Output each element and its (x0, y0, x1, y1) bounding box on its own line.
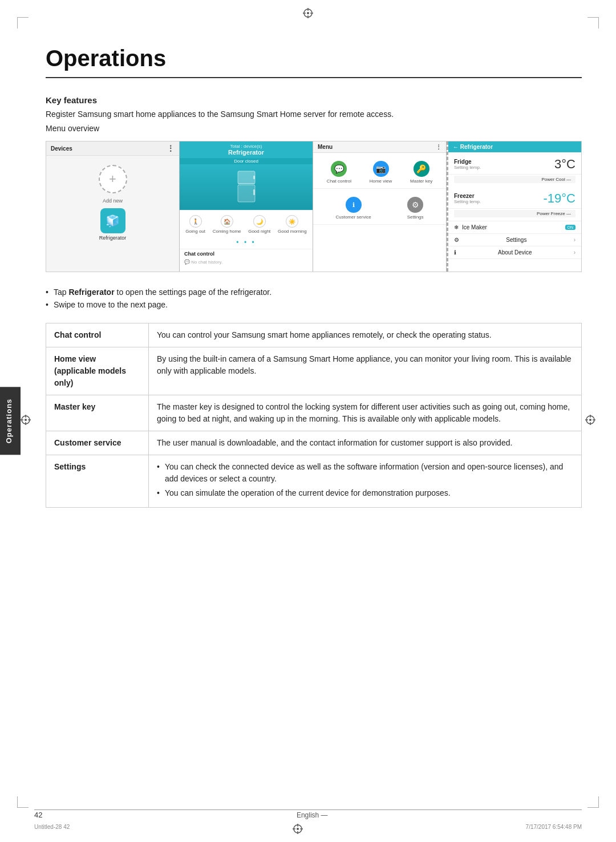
meta-right: 7/17/2017 6:54:48 PM (526, 824, 582, 835)
panel3-menu-icon[interactable]: ⋮ (436, 144, 441, 150)
mode-good-night[interactable]: 🌙 Good night (248, 215, 270, 234)
panel2-mode-icons: 🚶 Going out 🏠 Coming home 🌙 Good night ☀… (180, 210, 313, 236)
mode-good-night-label: Good night (248, 229, 270, 234)
key-features-desc: Register Samsung smart home appliances t… (46, 108, 582, 120)
side-tab: Operations (0, 387, 21, 455)
panel4-header: ← Refrigerator (448, 141, 581, 152)
menu-chat-control-label: Chat control (327, 179, 351, 184)
home-view-icon: 📷 (373, 161, 389, 177)
main-content: Operations Key features Register Samsung… (46, 0, 582, 508)
page-title: Operations (46, 46, 582, 78)
about-row[interactable]: ℹ About Device › (448, 246, 581, 259)
feature-desc-customer-service: The user manual is downloadable, and the… (149, 431, 582, 455)
bullet-1-bold: Refrigerator (68, 288, 114, 297)
panel4-title: Refrigerator (460, 144, 493, 150)
feature-table: Chat control You can control your Samsun… (46, 323, 582, 508)
menu-bottom-row: ℹ Customer service ⚙ Settings (313, 189, 446, 225)
master-key-icon: 🔑 (414, 161, 429, 177)
corner-mark-br (587, 796, 599, 808)
panel3-header: Menu ⋮ (313, 141, 446, 153)
bottom-crosshair (293, 824, 303, 835)
bottom-meta: Untitled-28 42 7/17/2017 6:54:48 PM (34, 824, 582, 835)
customer-service-icon: ℹ (346, 197, 362, 213)
right-crosshair (585, 415, 595, 427)
fridge-temp-row: Fridge Setting temp. 3°C (448, 152, 581, 175)
panel2-chat-label: Chat control (180, 249, 313, 258)
freezer-temp-sublabel: Setting temp. (454, 199, 481, 204)
fridge-temp-left: Fridge Setting temp. (454, 159, 481, 170)
fridge-temp-sublabel: Setting temp. (454, 165, 481, 170)
ice-maker-left: ❄ Ice Maker (454, 224, 487, 230)
panel-fridge-settings: ← Refrigerator Fridge Setting temp. 3°C … (447, 141, 581, 272)
panel-fridge-detail: Total : device(s) Refrigerator Door clos… (180, 141, 313, 272)
fridge-icon-wrap: 🧊 Refrigerator (99, 208, 127, 241)
settings-icon: ⚙ (407, 197, 423, 213)
svg-rect-21 (253, 176, 255, 179)
menu-home-view[interactable]: 📷 Home view (370, 161, 392, 184)
settings-icon-gear: ⚙ (454, 237, 459, 243)
add-device-button[interactable]: + (99, 165, 127, 193)
add-new-label: Add new (103, 198, 123, 204)
table-row-chat-control: Chat control You can control your Samsun… (46, 323, 582, 347)
feature-name-chat-control: Chat control (46, 323, 149, 347)
power-cool-button[interactable]: Power Cool — (454, 176, 576, 183)
mode-good-morning-label: Good morning (278, 229, 307, 234)
footer-separator: English — (297, 811, 328, 819)
mode-going-out-icon: 🚶 (189, 215, 202, 228)
power-freeze-button[interactable]: Power Freeze — (454, 210, 576, 217)
svg-point-24 (297, 828, 299, 830)
top-crosshair (303, 8, 313, 21)
svg-point-7 (25, 419, 27, 421)
mode-coming-home-label: Coming home (213, 229, 241, 234)
mode-good-morning-icon: ☀️ (286, 215, 298, 228)
feature-name-settings: Settings (46, 455, 149, 507)
corner-mark-tl (17, 17, 29, 29)
svg-point-1 (307, 12, 309, 14)
menu-master-key[interactable]: 🔑 Master key (410, 161, 432, 184)
feature-desc-master-key: The master key is designed to control th… (149, 395, 582, 431)
footer-page-number: 42 (34, 811, 42, 819)
feature-name-customer-service: Customer service (46, 431, 149, 455)
fridge-device-label: Refrigerator (99, 235, 127, 241)
panel3-title: Menu (318, 144, 333, 150)
bullet-2: Swipe to move to the next page. (46, 298, 582, 311)
settings-desc-1: You can check the connected device as we… (157, 461, 573, 485)
mode-going-out[interactable]: 🚶 Going out (185, 215, 205, 234)
svg-rect-19 (238, 185, 255, 202)
feature-desc-home-view: By using the built-in camera of a Samsun… (149, 347, 582, 395)
table-row-customer-service: Customer service The user manual is down… (46, 431, 582, 455)
panel1-menu-icon[interactable]: ⋮ (167, 144, 175, 153)
panel2-fridge-graphic (180, 164, 313, 210)
fridge-temp-label: Fridge (454, 159, 481, 165)
panel1-device-area: + Add new 🧊 Refrigerator (46, 156, 179, 250)
mode-good-night-icon: 🌙 (253, 215, 266, 228)
mode-coming-home[interactable]: 🏠 Coming home (213, 215, 241, 234)
panel2-header: Total : device(s) Refrigerator (180, 141, 313, 158)
menu-settings-label: Settings (407, 214, 424, 220)
ice-maker-row: ❄ Ice Maker ON (448, 221, 581, 234)
panel-devices: Devices ⋮ + Add new 🧊 Refrigerator (46, 141, 180, 272)
ice-maker-label: Ice Maker (462, 224, 487, 230)
menu-chat-control[interactable]: 💬 Chat control (327, 161, 351, 184)
mode-coming-home-icon: 🏠 (221, 215, 233, 228)
panel1-header: Devices ⋮ (46, 141, 179, 156)
freezer-temp-label: Freezer (454, 193, 481, 199)
freezer-temp-row: Freezer Setting temp. -19°C (448, 187, 581, 209)
menu-customer-service[interactable]: ℹ Customer service (335, 197, 371, 220)
panel2-dots: • • • (180, 236, 313, 249)
panel2-door-status: Door closed (180, 158, 313, 164)
menu-settings[interactable]: ⚙ Settings (407, 197, 424, 220)
ice-maker-icon: ❄ (454, 224, 459, 230)
mode-good-morning[interactable]: ☀️ Good morning (278, 215, 307, 234)
key-features-label: Key features (46, 95, 582, 105)
page-footer: 42 English — (34, 811, 582, 819)
corner-mark-tr (587, 17, 599, 29)
panel1-title: Devices (51, 145, 72, 152)
settings-chevron: › (574, 237, 576, 243)
svg-rect-18 (238, 171, 255, 184)
ice-maker-badge: ON (565, 225, 576, 230)
fridge-device-icon[interactable]: 🧊 (100, 208, 125, 233)
feature-name-home-view: Home view(applicable modelsonly) (46, 347, 149, 395)
table-row-home-view: Home view(applicable modelsonly) By usin… (46, 347, 582, 395)
settings-row[interactable]: ⚙ Settings › (448, 234, 581, 246)
